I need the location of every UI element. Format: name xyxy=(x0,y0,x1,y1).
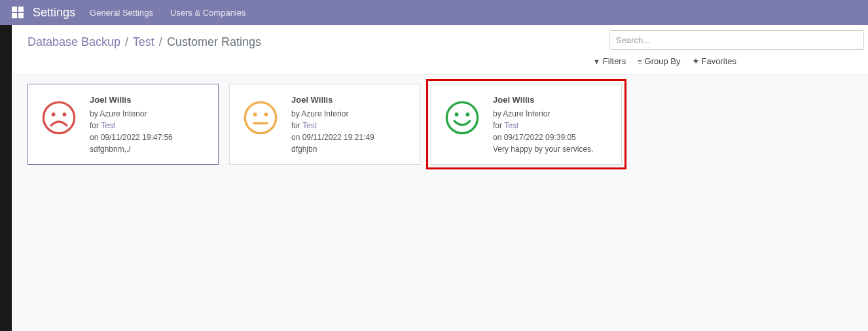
filter-icon: ▼ xyxy=(593,58,600,65)
breadcrumb-link[interactable]: Test xyxy=(133,35,154,48)
card-body: Joel Willis by Azure Interior for Test o… xyxy=(291,94,374,155)
app-title: Settings xyxy=(33,6,75,20)
rated-for: for Test xyxy=(90,120,173,131)
for-link[interactable]: Test xyxy=(101,121,115,130)
for-prefix: for xyxy=(493,121,504,130)
customer-name: Joel Willis xyxy=(291,94,374,107)
apps-icon[interactable] xyxy=(12,7,24,18)
rating-comment: Very happy by your services. xyxy=(493,143,593,155)
card-body: Joel Willis by Azure Interior for Test o… xyxy=(493,94,593,155)
search-input[interactable] xyxy=(609,30,864,50)
svg-point-9 xyxy=(465,113,469,116)
search-toolbar: ▼ Filters ≡ Group By ★ Favorites xyxy=(593,56,864,66)
favorites-button[interactable]: ★ Favorites xyxy=(693,56,736,66)
rating-date: on 09/11/2022 19:47:56 xyxy=(90,131,173,143)
rating-comment: sdfghbnm,./ xyxy=(90,143,173,155)
face-happy-icon xyxy=(444,100,480,135)
topbar: Settings General Settings Users & Compan… xyxy=(0,0,868,25)
kanban-view: Joel Willis by Azure Interior for Test o… xyxy=(12,75,868,331)
favorites-label: Favorites xyxy=(702,56,736,66)
groupby-label: Group By xyxy=(645,56,681,66)
groupby-button[interactable]: ≡ Group By xyxy=(638,56,680,66)
filters-label: Filters xyxy=(603,56,626,66)
rating-date: on 09/11/2022 19:21:49 xyxy=(291,131,374,143)
rating-card[interactable]: Joel Willis by Azure Interior for Test o… xyxy=(431,84,622,165)
svg-point-3 xyxy=(245,102,276,133)
rating-face xyxy=(41,100,77,135)
rating-comment: dfghjbn xyxy=(291,143,374,155)
face-neutral-icon xyxy=(243,100,278,135)
rating-card[interactable]: Joel Willis by Azure Interior for Test o… xyxy=(229,84,420,165)
svg-point-0 xyxy=(43,102,74,133)
filters-button[interactable]: ▼ Filters xyxy=(593,56,626,66)
star-icon: ★ xyxy=(693,57,699,65)
rating-face xyxy=(243,100,278,135)
rating-card[interactable]: Joel Willis by Azure Interior for Test o… xyxy=(27,84,219,165)
customer-name: Joel Willis xyxy=(90,94,173,107)
rated-by: by Azure Interior xyxy=(291,108,374,120)
rated-by: by Azure Interior xyxy=(90,108,173,120)
breadcrumb: Database Backup / Test / Customer Rating… xyxy=(27,30,261,66)
for-link[interactable]: Test xyxy=(504,121,518,130)
card-body: Joel Willis by Azure Interior for Test o… xyxy=(90,94,173,155)
control-panel: Database Backup / Test / Customer Rating… xyxy=(12,25,868,75)
svg-point-7 xyxy=(446,102,477,133)
svg-point-8 xyxy=(455,113,459,116)
breadcrumb-current: Customer Ratings xyxy=(167,35,261,48)
customer-name: Joel Willis xyxy=(493,94,593,107)
svg-point-4 xyxy=(253,113,257,116)
groupby-icon: ≡ xyxy=(638,58,642,65)
rated-by: by Azure Interior xyxy=(493,108,593,120)
svg-point-2 xyxy=(62,113,66,116)
svg-point-1 xyxy=(52,113,56,116)
breadcrumb-link[interactable]: Database Backup xyxy=(27,35,120,48)
rated-for: for Test xyxy=(493,120,593,131)
for-prefix: for xyxy=(291,121,302,130)
nav-users-companies[interactable]: Users & Companies xyxy=(170,8,246,18)
svg-point-5 xyxy=(264,113,268,116)
breadcrumb-sep: / xyxy=(125,35,128,48)
breadcrumb-sep: / xyxy=(159,35,162,48)
for-link[interactable]: Test xyxy=(302,121,317,130)
nav-general-settings[interactable]: General Settings xyxy=(90,8,153,18)
for-prefix: for xyxy=(90,121,101,130)
face-sad-icon xyxy=(41,100,77,135)
rating-date: on 09/17/2022 09:39:05 xyxy=(493,131,593,143)
rated-for: for Test xyxy=(291,120,374,131)
rating-face xyxy=(444,100,480,135)
